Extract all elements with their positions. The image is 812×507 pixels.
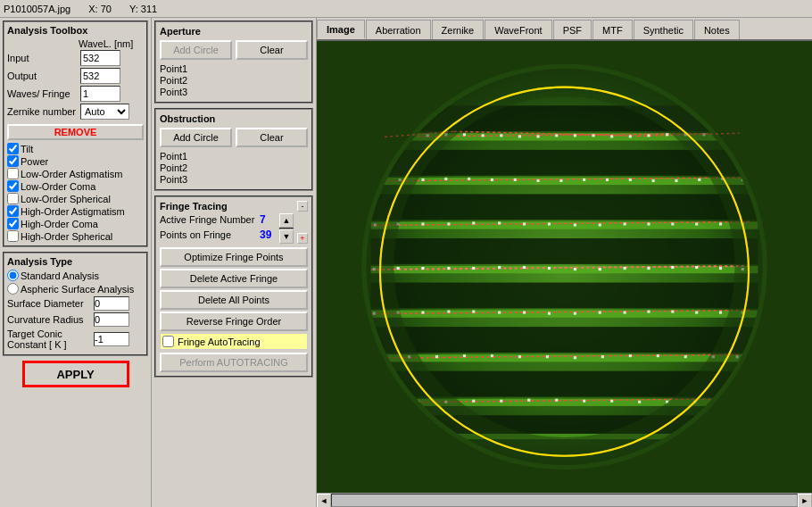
standard-analysis-row: Standard Analysis <box>7 270 144 281</box>
aperture-point3: Point3 <box>160 87 308 97</box>
fringe-scrollbar[interactable]: ▲ ▼ <box>279 213 294 244</box>
svg-rect-113 <box>647 311 650 313</box>
scroll-h-track[interactable] <box>331 494 798 507</box>
ho-spherical-checkbox[interactable] <box>7 230 19 242</box>
points-label: Points on Fringe <box>160 229 258 240</box>
svg-rect-139 <box>610 400 613 403</box>
obstruction-buttons: Add Circle Clear <box>160 128 308 147</box>
curvature-radius-label: Curvature Radius <box>7 314 92 325</box>
aspheric-analysis-row: Aspheric Surface Analysis <box>7 283 144 295</box>
obstruction-clear-button[interactable]: Clear <box>236 128 308 147</box>
analysis-type-title: Analysis Type <box>7 256 144 267</box>
svg-rect-107 <box>498 312 501 314</box>
svg-rect-105 <box>447 311 450 313</box>
image-svg <box>317 41 812 493</box>
fringe-minus-button[interactable]: - <box>297 201 308 212</box>
output-field[interactable] <box>80 68 120 84</box>
autotracing-checkbox[interactable] <box>162 336 174 347</box>
svg-rect-48 <box>666 133 668 136</box>
lo-coma-checkbox-row: Low-Order Coma <box>7 180 144 192</box>
svg-rect-8 <box>371 194 758 220</box>
svg-rect-43 <box>574 134 576 137</box>
svg-rect-77 <box>548 222 551 225</box>
svg-rect-37 <box>463 133 466 136</box>
svg-rect-46 <box>629 135 632 137</box>
standard-analysis-radio[interactable] <box>7 270 19 281</box>
scroll-left-button[interactable]: ◄ <box>317 494 331 508</box>
wavelength-header: WaveL. [nm] <box>79 38 144 49</box>
aperture-clear-button[interactable]: Clear <box>236 40 308 60</box>
svg-rect-75 <box>498 221 501 224</box>
zernike-label: Zernike number <box>7 106 79 117</box>
input-field[interactable] <box>80 50 120 66</box>
tab-mtf[interactable]: MTF <box>592 20 633 39</box>
ho-spherical-checkbox-row: High-Order Spherical <box>7 230 144 242</box>
obstruction-point3: Point3 <box>160 174 308 185</box>
svg-rect-11 <box>371 327 758 353</box>
svg-rect-55 <box>421 179 424 181</box>
curvature-radius-field[interactable] <box>94 312 129 327</box>
y-label: Y: 311 <box>129 4 157 14</box>
middle-panel: Aperture Add Circle Clear Point1 Point2 … <box>152 18 317 507</box>
svg-rect-89 <box>447 267 450 270</box>
svg-rect-62 <box>583 179 585 181</box>
scroll-right-button[interactable]: ► <box>798 494 812 508</box>
svg-rect-56 <box>444 178 447 180</box>
svg-rect-83 <box>695 222 698 225</box>
svg-rect-84 <box>719 222 722 225</box>
active-fringe-label: Active Fringe Number <box>160 214 258 225</box>
lo-astig-checkbox-row: Low-Order Astigmatism <box>7 168 144 179</box>
waves-field[interactable] <box>80 86 120 102</box>
optimize-fringe-button[interactable]: Optimize Fringe Points <box>160 247 308 267</box>
zernike-select[interactable]: Auto <box>80 104 129 120</box>
scroll-up-button[interactable]: ▲ <box>279 213 294 228</box>
output-label: Output <box>7 71 79 81</box>
obstruction-add-circle-button[interactable]: Add Circle <box>160 128 232 147</box>
tab-aberration[interactable]: Aberration <box>366 20 431 39</box>
svg-rect-120 <box>435 355 438 358</box>
tilt-checkbox[interactable] <box>7 143 19 154</box>
svg-rect-127 <box>629 354 632 357</box>
tilt-checkbox-row: Tilt <box>7 143 144 154</box>
svg-rect-42 <box>555 134 558 137</box>
ho-coma-label: High-Order Coma <box>21 219 98 229</box>
lo-spherical-checkbox-row: Low-Order Spherical <box>7 193 144 204</box>
horizontal-scrollbar[interactable]: ◄ ► <box>317 493 812 507</box>
svg-rect-78 <box>574 223 576 226</box>
autotracing-label: Fringe AutoTracing <box>178 337 261 347</box>
lo-spherical-checkbox[interactable] <box>7 193 19 204</box>
apply-button[interactable]: APPLY <box>22 361 129 387</box>
delete-all-points-button[interactable]: Delete All Points <box>160 290 308 310</box>
svg-rect-66 <box>675 179 677 182</box>
lo-astig-checkbox[interactable] <box>7 168 19 179</box>
svg-rect-123 <box>518 355 521 358</box>
ho-astig-checkbox[interactable] <box>7 205 19 217</box>
svg-rect-41 <box>537 135 540 137</box>
remove-button[interactable]: REMOVE <box>7 124 144 140</box>
obstruction-point2: Point2 <box>160 162 308 173</box>
svg-rect-104 <box>421 312 424 314</box>
svg-rect-91 <box>498 266 501 269</box>
scroll-down-button[interactable]: ▼ <box>279 229 294 244</box>
surface-diameter-field[interactable] <box>94 296 129 311</box>
fringe-plus-button[interactable]: + <box>297 233 308 244</box>
tab-wavefront[interactable]: WaveFront <box>485 20 551 39</box>
svg-rect-138 <box>583 400 585 403</box>
ho-coma-checkbox[interactable] <box>7 218 19 229</box>
delete-active-fringe-button[interactable]: Delete Active Fringe <box>160 269 308 288</box>
tab-psf[interactable]: PSF <box>553 20 592 39</box>
reverse-fringe-order-button[interactable]: Reverse Fringe Order <box>160 312 308 331</box>
tab-image[interactable]: Image <box>317 20 365 39</box>
lo-coma-checkbox[interactable] <box>7 180 19 192</box>
aspheric-analysis-radio[interactable] <box>7 283 19 295</box>
tab-zernike[interactable]: Zernike <box>432 20 485 39</box>
svg-rect-121 <box>463 354 466 357</box>
power-checkbox[interactable] <box>7 155 19 167</box>
aperture-add-circle-button[interactable]: Add Circle <box>160 40 232 60</box>
tab-synthetic[interactable]: Synthetic <box>634 20 693 39</box>
svg-rect-38 <box>482 134 485 137</box>
conic-constant-field[interactable] <box>94 332 129 346</box>
tab-notes[interactable]: Notes <box>694 20 740 39</box>
svg-rect-40 <box>518 135 521 137</box>
svg-rect-74 <box>472 221 475 224</box>
